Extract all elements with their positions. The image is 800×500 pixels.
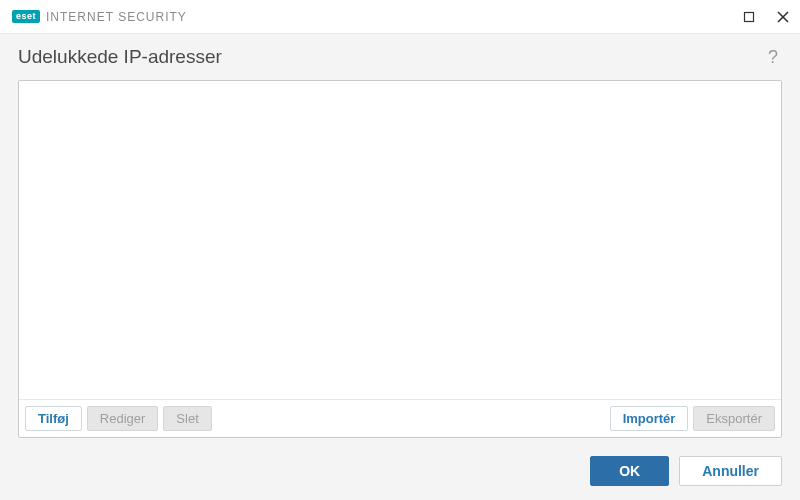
content: Udelukkede IP-adresser ? Tilføj Rediger …	[0, 34, 800, 500]
maximize-button[interactable]	[740, 8, 758, 26]
brand-product: INTERNET SECURITY	[46, 10, 187, 24]
brand-logo: eset	[12, 10, 40, 23]
close-button[interactable]	[774, 8, 792, 26]
delete-button[interactable]: Slet	[163, 406, 211, 431]
list-toolbar: Tilføj Rediger Slet Importér Eksportér	[19, 399, 781, 437]
titlebar: eset INTERNET SECURITY	[0, 0, 800, 34]
brand-logo-text: eset	[12, 10, 40, 23]
titlebar-controls	[740, 8, 792, 26]
main-panel: Tilføj Rediger Slet Importér Eksportér	[18, 80, 782, 438]
ip-address-list[interactable]	[19, 81, 781, 399]
svg-rect-0	[745, 12, 754, 21]
edit-button[interactable]: Rediger	[87, 406, 159, 431]
ok-button[interactable]: OK	[590, 456, 669, 486]
header-row: Udelukkede IP-adresser ?	[0, 34, 800, 76]
maximize-icon	[743, 11, 755, 23]
close-icon	[776, 10, 790, 24]
cancel-button[interactable]: Annuller	[679, 456, 782, 486]
help-button[interactable]: ?	[764, 47, 782, 68]
window: eset INTERNET SECURITY Udelukkede IP-adr…	[0, 0, 800, 500]
export-button[interactable]: Eksportér	[693, 406, 775, 431]
page-title: Udelukkede IP-adresser	[18, 46, 764, 68]
import-button[interactable]: Importér	[610, 406, 689, 431]
footer: OK Annuller	[0, 438, 800, 500]
brand: eset INTERNET SECURITY	[12, 10, 187, 24]
add-button[interactable]: Tilføj	[25, 406, 82, 431]
